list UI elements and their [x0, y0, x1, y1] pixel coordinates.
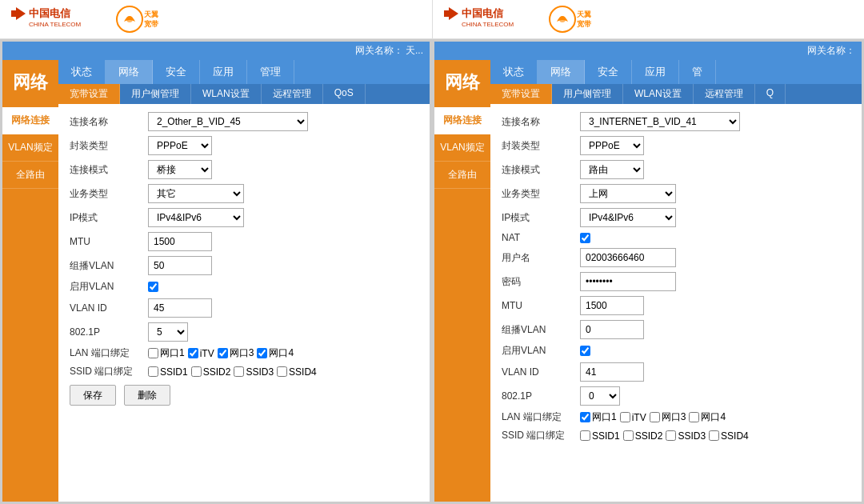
- left-enablevlan-checkbox[interactable]: [148, 282, 158, 292]
- right-conn-name-select[interactable]: 3_INTERNET_B_VID_41: [580, 112, 740, 131]
- right-mtu-input[interactable]: [580, 296, 644, 315]
- right-dot1p-select[interactable]: 0: [580, 386, 620, 406]
- right-ssid4-cb[interactable]: [709, 430, 719, 441]
- right-lan-port1-cb[interactable]: [580, 412, 590, 422]
- left-lan-itv-label[interactable]: iTV: [188, 348, 214, 359]
- right-sidebar-network-conn[interactable]: 网络连接: [434, 107, 490, 134]
- right-gateway-bar: 网关名称：: [434, 42, 862, 60]
- right-ipmode-select[interactable]: IPv4&IPv6: [580, 208, 676, 227]
- right-lan-port4-cb[interactable]: [689, 412, 699, 422]
- right-nav-sub: 宽带设置 用户侧管理 WLAN设置 远程管理 Q: [490, 84, 862, 104]
- left-lan-port1-label[interactable]: 网口1: [148, 346, 185, 360]
- left-lan-itv-cb[interactable]: [188, 348, 198, 358]
- right-vlanid-row: VLAN ID: [502, 362, 850, 382]
- left-lan-port1-cb[interactable]: [148, 348, 158, 358]
- right-ssid3-cb[interactable]: [666, 430, 676, 441]
- left-save-button[interactable]: 保存: [70, 385, 116, 406]
- right-ssid1-label[interactable]: SSID1: [580, 430, 620, 442]
- right-nav-app[interactable]: 应用: [632, 60, 679, 84]
- right-nav-network[interactable]: 网络: [538, 60, 585, 84]
- left-sidebar-network-conn[interactable]: 网络连接: [2, 107, 58, 134]
- left-conn-name-select[interactable]: 2_Other_B_VID_45: [148, 112, 308, 131]
- left-conn-name-row: 连接名称 2_Other_B_VID_45: [70, 112, 418, 131]
- left-lan-port4-label[interactable]: 网口4: [257, 346, 294, 360]
- left-nav-app[interactable]: 应用: [200, 60, 247, 84]
- left-sub-remote[interactable]: 远程管理: [262, 84, 323, 104]
- left-lan-port4-cb[interactable]: [257, 348, 267, 358]
- left-ssid3-cb[interactable]: [234, 366, 244, 377]
- left-ssid3-label[interactable]: SSID3: [234, 366, 274, 378]
- right-nat-row: NAT: [502, 232, 850, 243]
- right-sidebar-fullroute[interactable]: 全路由: [434, 162, 490, 189]
- right-lan-port3-label[interactable]: 网口3: [650, 410, 686, 424]
- left-ssid4-label[interactable]: SSID4: [277, 366, 317, 378]
- right-sub-wlan[interactable]: WLAN设置: [623, 84, 694, 104]
- left-sidebar-fullroute[interactable]: 全路由: [2, 162, 58, 189]
- left-ssid4-cb[interactable]: [277, 366, 287, 377]
- right-nat-label: NAT: [502, 232, 574, 243]
- left-ipmode-label: IP模式: [70, 211, 142, 225]
- left-groupvlan-input[interactable]: [148, 256, 212, 275]
- left-mtu-input[interactable]: 1500: [148, 232, 212, 251]
- left-ssid1-cb[interactable]: [148, 366, 158, 377]
- right-encap-select[interactable]: PPPoE: [580, 136, 644, 155]
- left-svctype-select[interactable]: 其它: [148, 184, 244, 203]
- left-sub-user[interactable]: 用户侧管理: [120, 84, 191, 104]
- left-groupvlan-label: 组播VLAN: [70, 259, 142, 273]
- left-vlanid-input[interactable]: [148, 298, 212, 318]
- right-lan-port3-cb[interactable]: [650, 412, 660, 422]
- left-connmode-select[interactable]: 桥接: [148, 160, 212, 179]
- right-ssid2-label[interactable]: SSID2: [623, 430, 663, 442]
- left-sub-wlan[interactable]: WLAN设置: [191, 84, 262, 104]
- left-nav-security[interactable]: 安全: [153, 60, 200, 84]
- right-vlanid-input[interactable]: [580, 362, 644, 382]
- right-lan-itv-cb[interactable]: [620, 412, 630, 422]
- right-groupvlan-input[interactable]: [580, 320, 644, 339]
- left-dot1p-select[interactable]: 5: [148, 322, 188, 342]
- right-lan-port4-label[interactable]: 网口4: [689, 410, 726, 424]
- right-lan-port1-label[interactable]: 网口1: [580, 410, 617, 424]
- right-svctype-row: 业务类型 上网: [502, 184, 850, 203]
- right-sub-broadband[interactable]: 宽带设置: [490, 84, 552, 104]
- right-connmode-select[interactable]: 路由: [580, 160, 644, 179]
- right-sub-qos[interactable]: Q: [755, 84, 786, 104]
- right-svctype-select[interactable]: 上网: [580, 184, 676, 203]
- right-nav-manage[interactable]: 管: [679, 60, 716, 84]
- right-mtu-row: MTU: [502, 296, 850, 315]
- right-password-input[interactable]: [580, 272, 676, 291]
- right-nav-security[interactable]: 安全: [585, 60, 632, 84]
- left-ssid1-label[interactable]: SSID1: [148, 366, 188, 378]
- left-lan-port3-cb[interactable]: [218, 348, 228, 358]
- right-lan-itv-label[interactable]: iTV: [620, 412, 646, 423]
- left-content-area: 网络连接 VLAN频定 全路由 连接名称 2_Other_B_VID_45 封装…: [2, 104, 430, 502]
- left-main-nav: 网络 状态 网络 安全 应用 管理 宽带设置 用户侧管理 WLAN设置 远程管理: [2, 60, 430, 104]
- left-nav-status[interactable]: 状态: [58, 60, 106, 84]
- svg-text:CHINA TELECOM: CHINA TELECOM: [29, 21, 82, 28]
- left-delete-button[interactable]: 删除: [124, 385, 170, 406]
- chinatelecom-logo-left: 中国电信 CHINA TELECOM: [10, 4, 106, 34]
- left-ssid2-cb[interactable]: [191, 366, 202, 377]
- right-sidebar-vlan[interactable]: VLAN频定: [434, 134, 490, 162]
- left-sidebar-vlan[interactable]: VLAN频定: [2, 134, 58, 162]
- right-nat-checkbox[interactable]: [580, 233, 590, 243]
- right-ssid1-cb[interactable]: [580, 430, 590, 441]
- left-nav-network[interactable]: 网络: [106, 60, 153, 84]
- right-sub-user[interactable]: 用户侧管理: [552, 84, 623, 104]
- right-groupvlan-row: 组播VLAN: [502, 320, 850, 339]
- right-enablevlan-checkbox[interactable]: [580, 346, 590, 356]
- left-sub-broadband[interactable]: 宽带设置: [58, 84, 120, 104]
- right-ssid4-label[interactable]: SSID4: [709, 430, 749, 442]
- left-ipmode-select[interactable]: IPv4&IPv6: [148, 208, 244, 227]
- right-encap-row: 封装类型 PPPoE: [502, 136, 850, 155]
- left-encap-select[interactable]: PPPoE: [148, 136, 212, 155]
- right-username-input[interactable]: [580, 248, 676, 267]
- right-ssid2-cb[interactable]: [623, 430, 634, 441]
- left-sub-qos[interactable]: QoS: [323, 84, 366, 104]
- right-ssid3-label[interactable]: SSID3: [666, 430, 706, 442]
- right-nav-status[interactable]: 状态: [490, 60, 538, 84]
- left-nav-manage[interactable]: 管理: [247, 60, 294, 84]
- right-sub-remote[interactable]: 远程管理: [694, 84, 755, 104]
- left-ssid2-label[interactable]: SSID2: [191, 366, 231, 378]
- left-sidebar: 网络连接 VLAN频定 全路由: [2, 104, 58, 502]
- left-lan-port3-label[interactable]: 网口3: [218, 346, 254, 360]
